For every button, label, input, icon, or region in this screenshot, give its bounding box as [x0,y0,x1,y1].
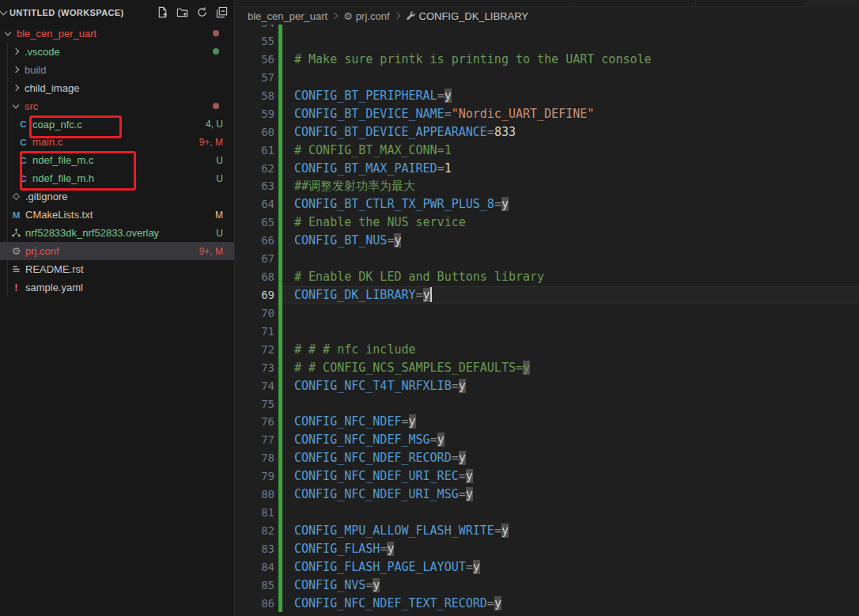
code-line-text: CONFIG_NFC_NDEF_MSG=y [282,431,859,449]
chevron-down-icon [2,32,14,35]
git-status-badge: U [216,228,223,239]
tree-file-CMakeLists.txt[interactable]: MCMakeLists.txtM [0,206,234,224]
refresh-explorer-icon[interactable] [195,6,208,19]
code-editor[interactable]: 545556# Make sure printk is printing to … [235,25,859,616]
chevron-right-icon [331,13,338,19]
line-number: 83 [235,542,274,555]
tree-file-ndef_file_m.c[interactable]: Cndef_file_m.cU [0,151,234,169]
code-line-62[interactable]: 62CONFIG_BT_MAX_PAIRED=1 [235,159,859,177]
tree-folder-build[interactable]: build [0,61,234,79]
code-line-text [282,25,859,32]
tree-file-sample.yaml[interactable]: !sample.yaml [0,278,234,297]
code-line-57[interactable]: 57 [235,68,859,86]
code-line-text: # # # nfc include [282,340,859,358]
c-file-icon: C [17,119,30,129]
line-number: 71 [235,325,274,338]
tree-item-label: child_image [25,82,79,94]
overlay-icon [9,228,23,238]
tree-file-nrf52833dk_nrf52833.overlay[interactable]: nrf52833dk_nrf52833.overlayU [0,224,234,242]
code-line-text [282,395,859,413]
code-line-59[interactable]: 59CONFIG_BT_DEVICE_NAME="Nordic_UART_DEF… [235,104,859,123]
yaml-icon: ! [9,282,23,293]
code-line-86[interactable]: 86CONFIG_NFC_NDEF_TEXT_RECORD=y [235,594,859,612]
code-line-54[interactable]: 54 [235,25,859,32]
code-line-58[interactable]: 58CONFIG_BT_PERIPHERAL=y [235,86,859,104]
code-line-84[interactable]: 84CONFIG_FLASH_PAGE_LAYOUT=y [235,557,859,576]
collapse-folders-icon[interactable] [215,6,228,19]
code-line-75[interactable]: 75 [235,395,859,413]
code-line-63[interactable]: 63##调整发射功率为最大 [235,177,859,195]
line-number: 58 [235,89,274,102]
code-line-76[interactable]: 76CONFIG_NFC_NDEF=y [235,413,859,431]
code-line-70[interactable]: 70 [235,304,859,322]
line-number: 86 [235,597,274,610]
tree-file-.gitignore[interactable]: .gitignore [0,187,234,206]
code-line-79[interactable]: 79CONFIG_NFC_NDEF_URI_REC=y [235,467,859,486]
tree-item-label: coap_nfc.c [32,119,82,130]
tree-item-label: build [25,64,46,76]
git-status-badge: M [215,210,223,221]
code-line-text [282,250,859,268]
tree-folder-ble_cen_per_uart[interactable]: ble_cen_per_uart [0,25,234,43]
breadcrumb-item-symbol[interactable]: CONFIG_DK_LIBRARY [406,10,528,22]
new-folder-icon[interactable] [176,6,188,19]
code-line-65[interactable]: 65# Enable the NUS service [235,214,859,232]
code-line-text: CONFIG_NVS=y [282,576,859,594]
tree-folder-src[interactable]: src [0,97,234,115]
code-line-74[interactable]: 74CONFIG_NFC_T4T_NRFXLIB=y [235,376,859,395]
tree-folder-.vscode[interactable]: .vscode [0,43,234,61]
code-line-72[interactable]: 72# # # nfc include [235,340,859,358]
code-line-60[interactable]: 60CONFIG_BT_DEVICE_APPEARANCE=833 [235,123,859,141]
code-line-73[interactable]: 73# # CONFIG_NCS_SAMPLES_DEFAULTS=y [235,358,859,376]
line-number: 63 [235,180,274,192]
line-number: 72 [235,343,274,356]
tree-folder-child_image[interactable]: child_image [0,79,234,97]
breadcrumb-item-folder[interactable]: ble_cen_per_uart [248,10,327,22]
workspace-header[interactable]: UNTITLED (WORKSPACE) [0,0,234,25]
chevron-right-icon [9,67,22,72]
code-line-77[interactable]: 77CONFIG_NFC_NDEF_MSG=y [235,431,859,449]
tree-file-ndef_file_m.h[interactable]: Cndef_file_m.hU [0,169,234,187]
code-line-text: CONFIG_DK_LIBRARY=y [282,286,859,304]
line-number: 60 [235,126,274,138]
code-line-71[interactable]: 71 [235,322,859,340]
line-number: 65 [235,216,274,229]
code-line-text: CONFIG_BT_MAX_PAIRED=1 [282,159,859,177]
breadcrumb-item-file[interactable]: ⚙ prj.conf [343,10,389,22]
code-line-69[interactable]: 69CONFIG_DK_LIBRARY=y [235,286,859,304]
code-line-68[interactable]: 68# Enable DK LED and Buttons library [235,268,859,286]
chevron-down-icon [0,7,7,15]
code-line-55[interactable]: 55 [235,32,859,51]
code-line-82[interactable]: 82CONFIG_MPU_ALLOW_FLASH_WRITE=y [235,522,859,540]
line-number: 73 [235,361,274,374]
tree-file-prj.conf[interactable]: ⚙prj.conf9+, M [0,242,234,260]
code-line-81[interactable]: 81 [235,504,859,522]
tree-file-main.c[interactable]: Cmain.c9+, M [0,134,234,152]
git-status-badge: 9+, M [199,246,223,257]
line-number: 85 [235,579,274,591]
code-line-text [282,322,859,340]
code-line-66[interactable]: 66CONFIG_BT_NUS=y [235,232,859,250]
code-line-67[interactable]: 67 [235,250,859,268]
gitignore-icon [9,191,23,202]
code-line-78[interactable]: 78CONFIG_NFC_NDEF_RECORD=y [235,449,859,467]
code-line-64[interactable]: 64CONFIG_BT_CTLR_TX_PWR_PLUS_8=y [235,195,859,214]
new-file-icon[interactable] [156,6,168,19]
code-line-85[interactable]: 85CONFIG_NVS=y [235,576,859,594]
code-line-56[interactable]: 56# Make sure printk is printing to the … [235,51,859,69]
code-line-61[interactable]: 61# CONFIG_BT_MAX_CONN=1 [235,141,859,159]
code-line-text: CONFIG_NFC_NDEF_TEXT_RECORD=y [282,594,859,612]
code-line-text [282,504,859,522]
gear-icon: ⚙ [343,11,353,21]
code-line-80[interactable]: 80CONFIG_NFC_NDEF_URI_MSG=y [235,486,859,504]
tree-item-label: src [25,100,38,112]
code-line-83[interactable]: 83CONFIG_FLASH=y [235,539,859,557]
tree-file-coap_nfc.c[interactable]: Ccoap_nfc.c4, U [0,115,234,134]
chevron-right-icon [393,13,399,19]
tree-file-README.rst[interactable]: README.rst [0,260,234,278]
code-line-text [282,68,859,86]
line-number: 81 [235,506,274,519]
code-line-text: # Enable DK LED and Buttons library [282,268,859,286]
readme-icon [9,264,23,274]
line-number: 76 [235,415,274,428]
